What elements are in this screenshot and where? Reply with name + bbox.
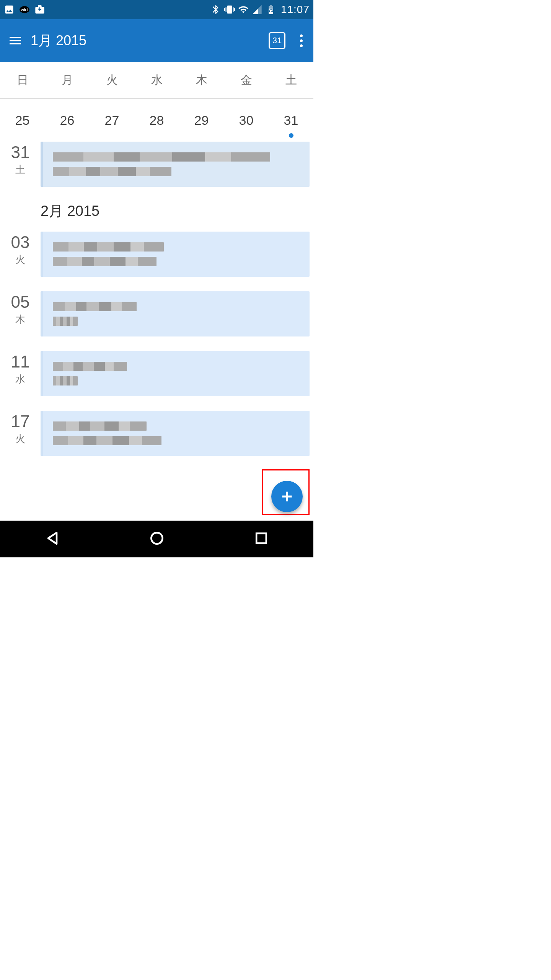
date-cell[interactable]: 28 xyxy=(134,99,179,142)
signal-icon xyxy=(252,4,262,15)
date-cell[interactable]: 26 xyxy=(45,99,90,142)
date-cell[interactable]: 25 xyxy=(0,99,45,142)
svg-point-2 xyxy=(151,532,162,544)
hamburger-icon[interactable] xyxy=(8,33,23,48)
date-cell[interactable]: 30 xyxy=(224,99,269,142)
event-card[interactable] xyxy=(41,351,310,396)
week-date-strip: 25 26 27 28 29 30 31 xyxy=(0,99,313,142)
battery-icon: 71 xyxy=(266,4,276,15)
add-event-button[interactable] xyxy=(271,481,303,512)
system-nav-bar xyxy=(0,521,313,557)
agenda-day-number: 11 xyxy=(0,353,41,370)
play-store-icon xyxy=(34,4,45,15)
agenda-item[interactable]: 11 水 xyxy=(0,351,313,396)
agenda-day-number: 05 xyxy=(0,294,41,310)
redacted-text xyxy=(53,421,147,431)
weekday-fri: 金 xyxy=(224,62,269,98)
redacted-text xyxy=(53,362,127,371)
weekday-sat: 土 xyxy=(269,62,313,98)
status-bar: WiFi 71 11:07 xyxy=(0,0,313,19)
weekday-thu: 木 xyxy=(179,62,224,98)
agenda-item[interactable]: 03 火 xyxy=(0,232,313,277)
redacted-text xyxy=(53,167,171,176)
date-cell[interactable]: 29 xyxy=(179,99,224,142)
agenda-date: 31 土 xyxy=(0,142,41,187)
weekday-tue: 火 xyxy=(90,62,134,98)
redacted-text xyxy=(53,317,78,326)
vibrate-icon xyxy=(224,4,235,15)
toolbar-title[interactable]: 1月 2015 xyxy=(31,31,269,50)
agenda-date: 17 火 xyxy=(0,411,41,456)
event-card[interactable] xyxy=(41,142,310,187)
weekday-mon: 月 xyxy=(45,62,90,98)
agenda-date: 03 火 xyxy=(0,232,41,277)
agenda-date: 11 水 xyxy=(0,351,41,396)
weekday-wed: 水 xyxy=(134,62,179,98)
agenda-date: 05 木 xyxy=(0,291,41,336)
date-cell[interactable]: 31 xyxy=(269,99,313,142)
svg-rect-3 xyxy=(256,533,266,543)
agenda-day-weekday: 火 xyxy=(0,253,41,266)
redacted-text xyxy=(53,242,164,252)
redacted-text xyxy=(53,302,137,311)
date-cell[interactable]: 27 xyxy=(90,99,134,142)
today-button[interactable]: 31 xyxy=(269,32,285,49)
battery-level: 71 xyxy=(266,8,276,13)
agenda-item[interactable]: 17 火 xyxy=(0,411,313,456)
redacted-text xyxy=(53,436,161,445)
month-separator: 2月 2015 xyxy=(41,201,313,221)
agenda-day-weekday: 火 xyxy=(0,432,41,446)
redacted-text xyxy=(53,152,270,162)
agenda-item[interactable]: 31 土 xyxy=(0,142,313,187)
agenda-day-number: 31 xyxy=(0,144,41,161)
redacted-text xyxy=(53,257,156,266)
home-button[interactable] xyxy=(148,530,165,548)
event-card[interactable] xyxy=(41,411,310,456)
status-clock: 11:07 xyxy=(281,3,310,16)
wifi-badge-icon: WiFi xyxy=(19,4,30,15)
wifi-icon xyxy=(238,4,249,15)
app-toolbar: 1月 2015 31 xyxy=(0,19,313,62)
event-card[interactable] xyxy=(41,232,310,277)
bluetooth-icon xyxy=(210,4,221,15)
back-button[interactable] xyxy=(44,530,61,548)
agenda-day-number: 03 xyxy=(0,234,41,251)
agenda-day-weekday: 土 xyxy=(0,163,41,176)
recents-button[interactable] xyxy=(253,530,270,548)
redacted-text xyxy=(53,376,78,385)
agenda-day-number: 17 xyxy=(0,413,41,430)
gallery-icon xyxy=(4,4,15,15)
svg-text:WiFi: WiFi xyxy=(21,8,28,12)
weekday-sun: 日 xyxy=(0,62,45,98)
event-card[interactable] xyxy=(41,291,310,336)
agenda-day-weekday: 水 xyxy=(0,372,41,386)
agenda-list[interactable]: 31 土 2月 2015 03 火 05 木 xyxy=(0,142,313,508)
overflow-menu-icon[interactable] xyxy=(297,34,306,47)
plus-icon xyxy=(279,489,295,504)
agenda-item[interactable]: 05 木 xyxy=(0,291,313,336)
weekday-header: 日 月 火 水 木 金 土 xyxy=(0,62,313,99)
agenda-day-weekday: 木 xyxy=(0,313,41,326)
event-dot-icon xyxy=(289,133,293,138)
